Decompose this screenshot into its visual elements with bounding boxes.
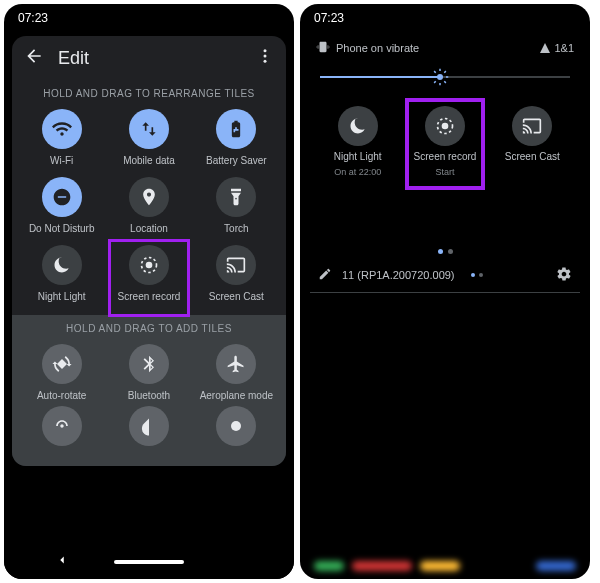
svg-point-7 [442,123,449,130]
clock: 07:23 [18,11,48,25]
svg-point-5 [231,421,241,431]
svg-point-2 [264,60,267,63]
svg-point-3 [146,262,153,269]
nav-home-pill[interactable] [114,560,184,564]
tile-bluetooth[interactable]: Bluetooth [107,344,190,402]
screen-record-icon [435,116,455,136]
battery-saver-icon [226,119,246,139]
tile-auto-rotate[interactable]: Auto-rotate [20,344,103,402]
navigation-bar [4,545,294,579]
quick-settings-edit-panel: Edit HOLD AND DRAG TO REARRANGE TILES Wi… [12,36,286,466]
phone-left-edit-tiles: 07:23 Edit HOLD AND DRAG TO REARRANGE TI… [4,4,294,579]
tile-aeroplane-mode[interactable]: Aeroplane mode [195,344,278,402]
tile-mobile-data[interactable]: Mobile data [107,109,190,167]
edit-pencil-icon[interactable] [318,267,332,283]
tile-partial-1[interactable] [20,406,103,446]
tile-location[interactable]: Location [107,177,190,235]
phone-right-quick-settings: 07:23 Phone on vibrate 1&1 Night Light [300,4,590,579]
build-info-row: 11 (RP1A.200720.009) [310,264,580,293]
dots-indicator [471,273,483,277]
active-tiles-grid: Wi-Fi Mobile data Battery Saver Do Not D… [12,109,286,315]
edit-header: Edit [12,36,286,80]
auto-rotate-icon [52,354,72,374]
brightness-thumb-icon[interactable] [431,68,449,86]
build-number: 11 (RP1A.200720.009) [342,269,455,281]
invert-colors-icon [139,416,159,436]
qs-status-row: Phone on vibrate 1&1 [310,32,580,60]
mobile-data-icon [139,119,159,139]
page-dot-2[interactable] [448,249,453,254]
qs-tiles-grid: Night Light On at 22:00 Screen record St… [310,102,580,187]
tile-torch[interactable]: Torch [195,177,278,235]
qs-tile-night-light[interactable]: Night Light On at 22:00 [316,106,399,177]
sensors-icon [52,416,72,436]
nav-back-icon[interactable] [55,553,69,571]
location-icon [139,187,159,207]
dnd-icon [52,187,72,207]
add-hint: HOLD AND DRAG TO ADD TILES [12,315,286,344]
qs-tile-screen-cast[interactable]: Screen Cast [491,106,574,177]
svg-point-0 [264,49,267,52]
torch-icon [226,187,246,207]
tile-partial-2[interactable] [107,406,190,446]
tile-night-light[interactable]: Night Light [20,245,103,303]
status-bar: 07:23 [300,4,590,32]
bluetooth-icon [139,354,159,374]
cast-icon [522,116,542,136]
cast-icon [226,255,246,275]
tile-screen-record[interactable]: Screen record [107,245,190,303]
tile-partial-3[interactable] [195,406,278,446]
aeroplane-icon [226,354,246,374]
available-tiles-section: HOLD AND DRAG TO ADD TILES Auto-rotate B… [12,315,286,466]
rearrange-hint: HOLD AND DRAG TO REARRANGE TILES [12,80,286,109]
overflow-menu-icon[interactable] [256,47,274,69]
qs-tile-screen-record[interactable]: Screen record Start [403,106,486,177]
night-light-icon [52,255,72,275]
generic-icon [226,416,246,436]
page-title: Edit [58,48,242,69]
background-app-blur [300,553,590,579]
night-light-icon [348,116,368,136]
quick-settings-panel: Phone on vibrate 1&1 Night Light On at 2… [300,32,590,293]
svg-point-1 [264,55,267,58]
svg-point-6 [437,74,443,80]
vibrate-icon [316,40,330,56]
screen-record-icon [139,255,159,275]
back-icon[interactable] [24,46,44,70]
tile-wifi[interactable]: Wi-Fi [20,109,103,167]
tile-do-not-disturb[interactable]: Do Not Disturb [20,177,103,235]
tile-screen-cast[interactable]: Screen Cast [195,245,278,303]
wifi-icon [52,119,72,139]
brightness-slider[interactable] [320,66,570,88]
signal-indicator: 1&1 [539,42,574,54]
tile-battery-saver[interactable]: Battery Saver [195,109,278,167]
page-dot-1[interactable] [438,249,443,254]
page-indicator [310,187,580,264]
settings-gear-icon[interactable] [556,266,572,284]
clock: 07:23 [314,11,344,25]
vibrate-text: Phone on vibrate [336,42,419,54]
status-bar: 07:23 [4,4,294,32]
